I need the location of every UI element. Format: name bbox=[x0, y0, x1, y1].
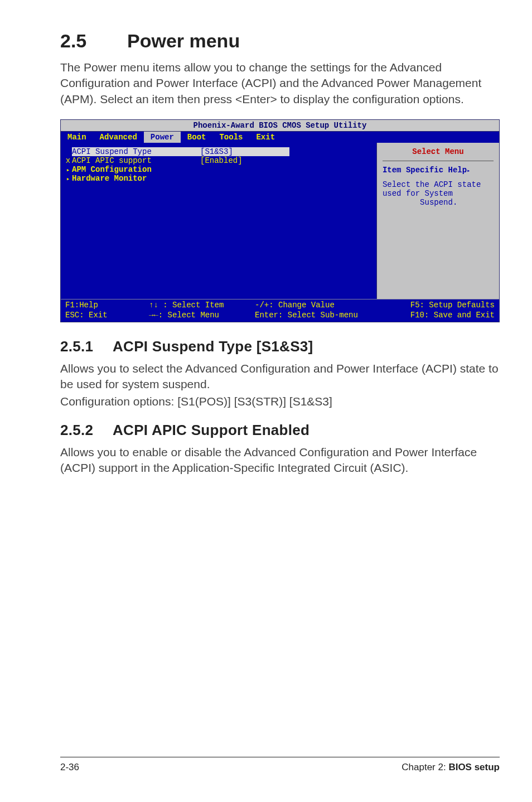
bios-left-pane: ACPI Suspend Type[S1&S3] xACPI APIC supp… bbox=[61, 143, 376, 299]
key-select-menu: →←: Select Menu bbox=[149, 311, 255, 320]
sub-number: 2.5.2 bbox=[60, 422, 113, 439]
row-apm-config[interactable]: APM Configuration bbox=[64, 165, 376, 174]
help-arrow-icon bbox=[467, 166, 470, 175]
row-acpi-suspend[interactable]: ACPI Suspend Type[S1&S3] bbox=[64, 147, 376, 156]
submenu-icon bbox=[64, 165, 72, 174]
chapter-label: Chapter 2: BIOS setup bbox=[402, 762, 500, 773]
help-line3: Suspend. bbox=[383, 198, 494, 207]
key-help: F1:Help bbox=[65, 301, 149, 310]
divider bbox=[383, 161, 494, 161]
bios-footer: F1:Help ↑↓ : Select Item -/+: Change Val… bbox=[61, 299, 499, 322]
key-change-value: -/+: Change Value bbox=[255, 301, 400, 310]
help-line1: Select the ACPI state bbox=[383, 180, 494, 189]
submenu-icon bbox=[64, 174, 72, 183]
s252-p1: Allows you to enable or disable the Adva… bbox=[60, 445, 500, 476]
menu-boot[interactable]: Boot bbox=[181, 132, 213, 143]
menu-power[interactable]: Power bbox=[144, 132, 181, 143]
sub-number: 2.5.1 bbox=[60, 338, 113, 355]
key-select-item: ↑↓ : Select Item bbox=[149, 301, 255, 310]
bios-right-pane: Select Menu Item Specific Help Select th… bbox=[376, 143, 499, 299]
s251-p2: Configuration options: [S1(POS)] [S3(STR… bbox=[60, 394, 500, 409]
bios-menubar: Main Advanced Power Boot Tools Exit bbox=[61, 132, 499, 143]
s251-p1: Allows you to select the Advanced Config… bbox=[60, 361, 500, 393]
bios-panel: Phoenix-Award BIOS CMOS Setup Utility Ma… bbox=[60, 119, 500, 322]
key-setup-defaults: F5: Setup Defaults bbox=[400, 301, 495, 310]
menu-advanced[interactable]: Advanced bbox=[93, 132, 144, 143]
row-acpi-apic[interactable]: xACPI APIC support[Enabled] bbox=[64, 156, 376, 165]
page-number: 2-36 bbox=[60, 762, 79, 773]
section-heading: 2.5Power menu bbox=[60, 30, 500, 52]
page-footer: 2-36 Chapter 2: BIOS setup bbox=[0, 757, 532, 773]
menu-exit[interactable]: Exit bbox=[249, 132, 282, 143]
row-hardware-monitor[interactable]: Hardware Monitor bbox=[64, 174, 376, 183]
bios-title: Phoenix-Award BIOS CMOS Setup Utility bbox=[61, 120, 499, 132]
intro-paragraph: The Power menu items allow you to change… bbox=[60, 60, 500, 107]
menu-main[interactable]: Main bbox=[61, 132, 93, 143]
key-select-submenu: Enter: Select Sub-menu bbox=[255, 311, 400, 320]
key-exit: ESC: Exit bbox=[65, 311, 149, 320]
help-line2: used for System bbox=[383, 189, 494, 198]
section-number: 2.5 bbox=[60, 30, 127, 52]
subheading-252: 2.5.2ACPI APIC Support Enabled bbox=[60, 422, 500, 439]
sub-title: ACPI APIC Support Enabled bbox=[113, 422, 309, 438]
item-help-label: Item Specific Help bbox=[383, 166, 494, 175]
menu-tools[interactable]: Tools bbox=[212, 132, 249, 143]
key-save-exit: F10: Save and Exit bbox=[400, 311, 495, 320]
footer-rule bbox=[60, 757, 500, 757]
select-menu-hint: Select Menu bbox=[383, 147, 494, 156]
section-title-text: Power menu bbox=[127, 30, 240, 51]
sub-title: ACPI Suspend Type [S1&S3] bbox=[113, 338, 313, 355]
subheading-251: 2.5.1ACPI Suspend Type [S1&S3] bbox=[60, 338, 500, 355]
